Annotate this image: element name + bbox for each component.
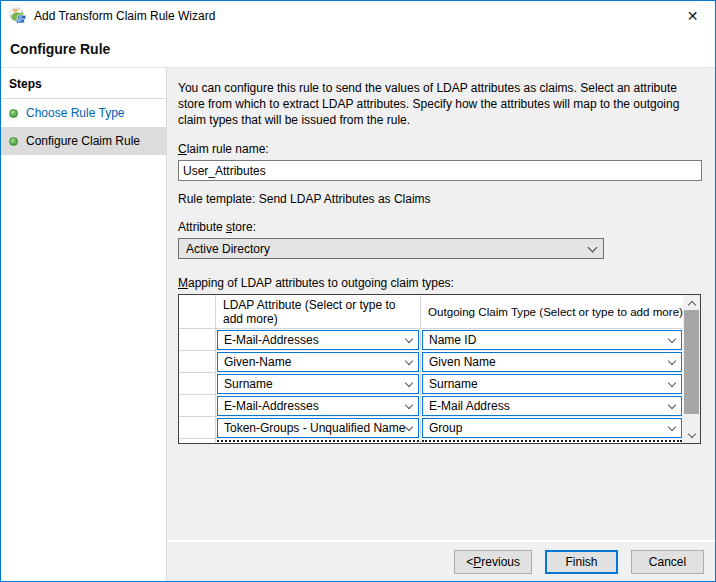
steps-title: Steps [1, 68, 166, 99]
chevron-down-icon [405, 357, 413, 365]
chevron-down-icon [668, 335, 676, 343]
close-button[interactable]: ✕ [670, 1, 715, 31]
ldap-attribute-select[interactable]: E-Mail-Addresses [217, 396, 419, 416]
scroll-up-button[interactable] [683, 295, 700, 310]
cancel-button[interactable]: Cancel [631, 550, 704, 574]
scrollbar-track[interactable] [683, 414, 700, 428]
outgoing-claim-type-select[interactable]: Group [422, 418, 682, 438]
chevron-down-icon [668, 357, 676, 365]
mapping-table: LDAP Attribute (Select or type to add mo… [178, 294, 701, 444]
steps-sidebar: Steps Choose Rule Type Configure Claim R… [1, 68, 167, 581]
empty-outgoing-claim-type-select [422, 440, 682, 443]
attribute-store-select[interactable]: Active Directory [178, 238, 604, 259]
ldap-attribute-select[interactable]: Given-Name [217, 352, 419, 372]
step-label: Choose Rule Type [26, 106, 125, 120]
column-header-outgoing-claim-type: Outgoing Claim Type (Select or type to a… [421, 295, 683, 328]
outgoing-claim-type-select[interactable]: E-Mail Address [422, 396, 682, 416]
chevron-down-icon [668, 379, 676, 387]
scrollbar-thumb[interactable] [684, 310, 699, 414]
table-row: Surname Surname [179, 373, 683, 395]
table-row-partial [179, 439, 683, 443]
main-content: You can configure this rule to send the … [167, 68, 715, 540]
table-row: Token-Groups - Unqualified Names Group [179, 417, 683, 439]
grid-header-row: LDAP Attribute (Select or type to add mo… [179, 295, 683, 329]
row-selector-cell [179, 439, 216, 443]
claim-rule-name-input[interactable] [178, 160, 702, 181]
scroll-down-button[interactable] [683, 428, 700, 443]
rule-template-text: Rule template: Send LDAP Attributes as C… [178, 192, 702, 206]
ldap-attribute-select[interactable]: Token-Groups - Unqualified Names [217, 418, 419, 438]
finish-button[interactable]: Finish [545, 550, 618, 574]
step-completed-icon [9, 109, 18, 118]
chevron-down-icon [588, 242, 598, 252]
outgoing-claim-type-select[interactable]: Surname [422, 374, 682, 394]
sidebar-item-configure-claim-rule[interactable]: Configure Claim Rule [1, 127, 166, 155]
chevron-down-icon [405, 401, 413, 409]
button-bar: < Previous Finish Cancel [167, 540, 715, 581]
page-header: Configure Rule [1, 31, 715, 67]
row-selector-header [179, 295, 216, 328]
chevron-down-icon [668, 401, 676, 409]
window-title: Add Transform Claim Rule Wizard [34, 9, 215, 23]
chevron-up-icon [687, 300, 695, 308]
outgoing-claim-type-select[interactable]: Given Name [422, 352, 682, 372]
attribute-store-label: Attribute store: [178, 220, 702, 234]
row-selector-cell[interactable] [179, 395, 216, 417]
column-header-ldap-attribute: LDAP Attribute (Select or type to add mo… [216, 295, 421, 328]
chevron-down-icon [668, 423, 676, 431]
table-row: E-Mail-Addresses Name ID [179, 329, 683, 351]
step-current-icon [9, 137, 18, 146]
attribute-store-value: Active Directory [186, 242, 589, 256]
claim-rule-name-label: Claim rule name: [178, 142, 702, 156]
rule-description-text: You can configure this rule to send the … [178, 80, 701, 128]
dialog-body: Steps Choose Rule Type Configure Claim R… [1, 67, 715, 581]
step-label: Configure Claim Rule [26, 134, 140, 148]
row-selector-cell[interactable] [179, 417, 216, 439]
ldap-attribute-select[interactable]: Surname [217, 374, 419, 394]
adfs-wizard-icon [9, 7, 27, 25]
mapping-grid: LDAP Attribute (Select or type to add mo… [179, 295, 683, 443]
wizard-window: Add Transform Claim Rule Wizard ✕ Config… [0, 0, 716, 582]
chevron-down-icon [405, 379, 413, 387]
main-column: You can configure this rule to send the … [167, 68, 715, 581]
outgoing-claim-type-select[interactable]: Name ID [422, 330, 682, 350]
table-row: Given-Name Given Name [179, 351, 683, 373]
previous-button[interactable]: < Previous [454, 550, 532, 574]
row-selector-cell[interactable] [179, 329, 216, 351]
table-vertical-scrollbar[interactable] [683, 295, 700, 443]
chevron-down-icon [687, 430, 695, 438]
title-bar: Add Transform Claim Rule Wizard ✕ [1, 1, 715, 31]
close-icon: ✕ [687, 8, 699, 24]
row-selector-cell[interactable] [179, 351, 216, 373]
table-row: E-Mail-Addresses E-Mail Address [179, 395, 683, 417]
chevron-down-icon [405, 423, 413, 431]
page-title: Configure Rule [10, 41, 110, 57]
mapping-table-label: Mapping of LDAP attributes to outgoing c… [178, 276, 702, 290]
sidebar-item-choose-rule-type[interactable]: Choose Rule Type [1, 99, 166, 127]
empty-ldap-attribute-select [217, 440, 419, 443]
ldap-attribute-select[interactable]: E-Mail-Addresses [217, 330, 419, 350]
row-selector-cell[interactable] [179, 373, 216, 395]
chevron-down-icon [405, 335, 413, 343]
